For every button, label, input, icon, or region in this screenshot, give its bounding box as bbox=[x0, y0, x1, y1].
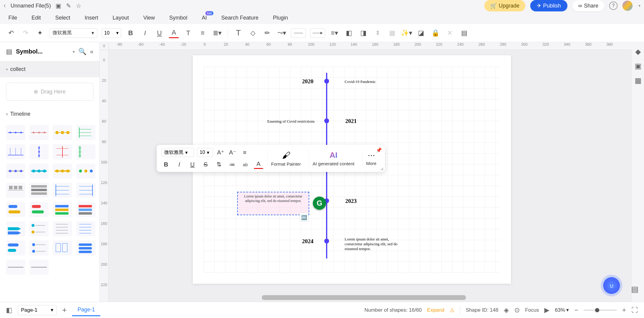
timeline-thumb[interactable] bbox=[53, 221, 72, 236]
expand-link[interactable]: Expand bbox=[427, 307, 445, 313]
slider-thumb[interactable] bbox=[595, 308, 599, 312]
text-color-icon[interactable]: A bbox=[254, 160, 263, 169]
menu-plugin[interactable]: Plugin bbox=[273, 15, 288, 21]
timeline-desc[interactable]: Covid-19 Pandemic bbox=[345, 79, 376, 84]
line-spacing-icon[interactable]: ≣▾ bbox=[212, 28, 222, 38]
menu-select[interactable]: Select bbox=[55, 15, 70, 21]
fill-tool-icon[interactable]: ◆ bbox=[635, 47, 641, 56]
focus-label[interactable]: Focus bbox=[525, 307, 539, 313]
avatar[interactable] bbox=[622, 1, 633, 11]
timeline-thumb[interactable] bbox=[29, 240, 49, 255]
zoom-in-icon[interactable]: + bbox=[622, 306, 626, 314]
zoom-select[interactable]: 63%▾ bbox=[555, 307, 569, 313]
underline-icon[interactable]: U bbox=[154, 28, 165, 38]
timeline-thumb[interactable] bbox=[6, 240, 25, 255]
font-color-icon[interactable]: A bbox=[169, 28, 179, 38]
pin-icon[interactable]: 📌 bbox=[376, 147, 382, 153]
timeline-node[interactable] bbox=[324, 118, 329, 123]
bold-icon[interactable]: B bbox=[162, 160, 171, 169]
timeline-desc[interactable]: Lorem ipsum dolor sit amet, consectetur … bbox=[345, 237, 408, 251]
undo-icon[interactable]: ↶ bbox=[6, 28, 16, 38]
chevron-down-icon[interactable]: ▾ bbox=[73, 49, 75, 54]
share-button[interactable]: ∞Share bbox=[572, 0, 604, 11]
timeline-thumb[interactable] bbox=[53, 202, 72, 217]
line-weight-icon[interactable]: ≡▾ bbox=[329, 28, 340, 38]
data-icon[interactable]: ▤ bbox=[459, 28, 469, 38]
search-icon[interactable]: 🔍 bbox=[78, 48, 86, 56]
section-timeline-header[interactable]: ▾Timeline bbox=[6, 111, 93, 117]
timeline-year[interactable]: 2024 bbox=[302, 238, 313, 245]
bring-front-icon[interactable]: ◧ bbox=[344, 28, 354, 38]
timeline-thumb[interactable] bbox=[53, 144, 72, 159]
layers-icon[interactable]: ▣ bbox=[635, 62, 642, 70]
collapse-icon[interactable]: « bbox=[90, 48, 93, 55]
timeline-desc-editing[interactable]: Lorem ipsum dolor sit amet, consectetur … bbox=[238, 192, 309, 205]
timeline-thumb[interactable] bbox=[6, 202, 25, 217]
float-font-select[interactable]: 微软雅黑▾ bbox=[162, 148, 194, 157]
drag-here-zone[interactable]: ⊕Drag Here bbox=[6, 83, 93, 101]
menu-symbol[interactable]: Symbol bbox=[169, 15, 187, 21]
timeline-thumb[interactable] bbox=[6, 183, 25, 198]
align-left-icon[interactable]: ≡ bbox=[240, 148, 249, 157]
timeline-thumb[interactable] bbox=[53, 240, 72, 255]
zoom-out-icon[interactable]: − bbox=[574, 306, 578, 314]
add-page-icon[interactable]: + bbox=[62, 305, 67, 315]
timeline-thumb[interactable] bbox=[6, 221, 25, 236]
avatar-caret-icon[interactable]: ▾ bbox=[639, 4, 640, 8]
timeline-thumb[interactable] bbox=[76, 164, 95, 179]
effects-icon[interactable]: ✨▾ bbox=[401, 28, 412, 38]
translate-badge-icon[interactable]: 🔤 bbox=[300, 213, 309, 222]
timeline-year[interactable]: 2023 bbox=[345, 198, 357, 204]
text-style-icon[interactable]: T bbox=[183, 28, 193, 38]
lock-icon[interactable]: 🔒 bbox=[430, 28, 440, 38]
play-icon[interactable]: ▶ bbox=[544, 306, 549, 314]
menu-search-feature[interactable]: Search Feature bbox=[221, 15, 259, 21]
line-style-select[interactable] bbox=[291, 28, 306, 38]
save-icon[interactable]: ▣ bbox=[56, 2, 61, 9]
menu-layout[interactable]: Layout bbox=[113, 15, 129, 21]
list-icon[interactable]: ≔ bbox=[228, 160, 237, 169]
decrease-font-icon[interactable]: A⁻ bbox=[228, 148, 237, 157]
timeline-thumb[interactable] bbox=[76, 144, 95, 159]
timeline-thumb[interactable] bbox=[76, 240, 95, 255]
timeline-thumb[interactable] bbox=[6, 260, 25, 275]
menu-edit[interactable]: Edit bbox=[32, 15, 41, 21]
resize-handle-icon[interactable]: ◢ bbox=[380, 167, 383, 171]
align-icon[interactable]: ≡ bbox=[198, 28, 208, 38]
timeline-year[interactable]: 2021 bbox=[345, 118, 357, 124]
format-painter-icon[interactable]: ✦ bbox=[35, 28, 45, 38]
publish-button[interactable]: ✈Publish bbox=[530, 0, 567, 11]
panel-toggle-icon[interactable]: ◧ bbox=[6, 306, 12, 314]
library-icon[interactable]: ▤ bbox=[6, 48, 12, 56]
menu-insert[interactable]: Insert bbox=[85, 15, 98, 21]
timeline-thumb[interactable] bbox=[76, 183, 95, 198]
timeline-thumb[interactable] bbox=[29, 221, 49, 236]
timeline-thumb[interactable] bbox=[6, 144, 25, 159]
canvas[interactable]: 0 -80-60-40-2002040608010012014016018020… bbox=[100, 42, 644, 302]
timeline-thumb[interactable] bbox=[29, 144, 49, 159]
timeline-node[interactable] bbox=[324, 79, 329, 84]
text-tool-icon[interactable]: T bbox=[233, 28, 243, 38]
horizontal-scrollbar[interactable] bbox=[262, 295, 466, 300]
crop-icon[interactable]: ◪ bbox=[416, 28, 426, 38]
italic-icon[interactable]: I bbox=[175, 160, 184, 169]
grammarly-badge-icon[interactable]: G bbox=[313, 197, 326, 210]
selected-text-box[interactable]: Lorem ipsum dolor sit amet, consectetur … bbox=[237, 192, 309, 215]
outline-toggle-icon[interactable]: ▤ bbox=[631, 285, 639, 294]
more-button[interactable]: ⋯ More bbox=[362, 151, 380, 166]
scrollbar-thumb[interactable] bbox=[262, 295, 466, 300]
font-select[interactable]: 微软雅黑▾ bbox=[49, 28, 97, 38]
upgrade-button[interactable]: 🛒Upgrade bbox=[484, 0, 525, 11]
timeline-thumb[interactable] bbox=[53, 183, 72, 198]
timeline-year[interactable]: 2020 bbox=[302, 78, 313, 85]
menu-file[interactable]: File bbox=[8, 15, 17, 21]
timeline-thumb[interactable] bbox=[76, 202, 95, 217]
layers-icon[interactable]: ◈ bbox=[504, 306, 509, 314]
timeline-thumb[interactable] bbox=[76, 221, 95, 236]
timeline-thumb[interactable] bbox=[53, 125, 72, 140]
timeline-thumb[interactable] bbox=[53, 164, 72, 179]
float-size-select[interactable]: 10▾ bbox=[197, 148, 213, 157]
connector-icon[interactable]: ⤳▾ bbox=[277, 28, 287, 38]
timeline-desc[interactable]: Easening of Covid restrictions bbox=[252, 119, 315, 124]
floating-format-toolbar[interactable]: 📌 微软雅黑▾ 10▾ A⁺ A⁻ ≡ B I U S ⇅ ≔ ab bbox=[157, 145, 385, 172]
